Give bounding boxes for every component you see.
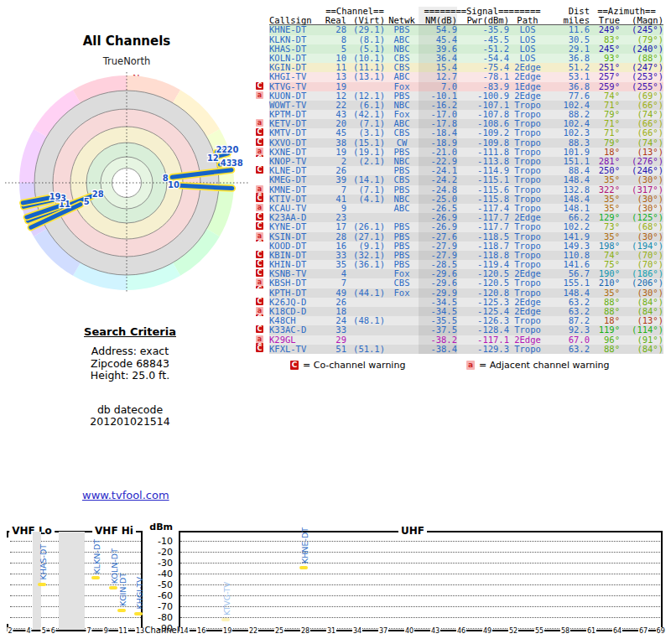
- cell-network: ABC: [385, 72, 419, 81]
- cell-magnetic-azimuth: (245°): [620, 25, 663, 34]
- cell-callsign: KMTV-DT: [269, 128, 325, 138]
- cell-nm-db: 54.9: [419, 25, 457, 34]
- radar-channel-label: 5: [84, 197, 90, 206]
- table-row: CKBIN-DT33(32.1)PBS-27.9-118.8Tropo110.8…: [256, 251, 663, 260]
- cell-real-channel: 51: [325, 345, 346, 354]
- cell-callsign: KHGI-TV: [269, 72, 325, 81]
- table-row: KOOD-DT16(9.1)PBS-27.9-118.7Tropo149.319…: [256, 242, 663, 251]
- channel-tick-label: 31: [326, 627, 336, 635]
- spacer: [256, 16, 269, 25]
- table-row: CK23AA-D23-26.9-117.72Edge66.2129°(125°): [256, 213, 663, 222]
- warning-badges: [256, 316, 269, 325]
- cell-network: [385, 298, 419, 307]
- co-channel-warning-icon: C: [256, 138, 263, 146]
- cell-distance: 92.3: [546, 325, 590, 335]
- table-row: aCK29GL29-38.2-117.12Edge67.096°(91°): [256, 335, 663, 345]
- cell-virtual-channel: (27.1): [346, 232, 385, 242]
- warning-badges: [256, 25, 269, 34]
- warning-badges: [256, 101, 269, 110]
- cell-network: [385, 335, 419, 345]
- station-label: KHGI-TV: [135, 577, 144, 609]
- cell-real-channel: 39: [325, 175, 346, 184]
- cell-distance: 63.2: [546, 345, 590, 354]
- dbm-tick-label: -80: [148, 612, 173, 623]
- band-label-vhf-lo: VHF Lo: [9, 525, 55, 537]
- warning-badges: [256, 35, 269, 44]
- dbm-axis-label: dBm: [148, 522, 173, 532]
- warning-badges: aC: [256, 307, 269, 316]
- station-label: KTVG-TV: [222, 582, 231, 615]
- cell-network: PBS: [385, 222, 419, 231]
- cell-distance: 11.6: [546, 25, 590, 34]
- channel-tick-label: 25: [274, 627, 284, 635]
- table-row: KPTH-DT49(44.1)Fox-29.9-120.8Tropo148.43…: [256, 288, 663, 298]
- grid-line: [180, 552, 660, 553]
- co-channel-warning-icon: C: [256, 213, 263, 221]
- cell-true-azimuth: 35°: [590, 232, 620, 242]
- cell-path: Tropo: [509, 232, 546, 242]
- cell-nm-db: -37.5: [419, 325, 457, 335]
- cell-network: PBS: [385, 232, 419, 242]
- dbm-tick-label: -60: [148, 590, 173, 601]
- cell-network: Fox: [385, 82, 419, 91]
- legend-co-channel: C = Co-channel warning: [290, 360, 405, 371]
- cell-network: CBS: [385, 128, 419, 138]
- warning-badges: a: [256, 119, 269, 128]
- table-row: WOWT-TV22(6.1)NBC-16.2-107.1Tropo102.471…: [256, 101, 663, 110]
- cell-path: 2Edge: [509, 72, 546, 81]
- table-row: aKETV-DT20(7.1)ABC-17.8-108.6Tropo102.47…: [256, 119, 663, 128]
- dbm-tick-label: -30: [148, 558, 173, 569]
- tvfool-link[interactable]: www.tvfool.com: [82, 489, 169, 501]
- cell-network: CBS: [385, 278, 419, 288]
- cell-path: Tropo: [509, 175, 546, 184]
- radar-channel-label: 38: [231, 158, 243, 168]
- co-channel-warning-icon: C: [256, 128, 263, 136]
- uhf-right-border: [661, 531, 663, 631]
- cell-virtual-channel: (48.1): [346, 316, 385, 325]
- legend-adjacent-channel-text: = Adjacent channel warning: [479, 360, 610, 371]
- co-channel-badge-icon: C: [290, 361, 299, 370]
- cell-virtual-channel: [346, 278, 385, 288]
- radar-channel-label: 12: [207, 153, 219, 163]
- cell-distance: 148.4: [546, 175, 590, 184]
- cell-distance: 155.1: [546, 278, 590, 288]
- datecode-block: db datecode 201201021514: [59, 404, 201, 428]
- co-channel-warning-icon: C: [256, 222, 263, 230]
- dbm-tick-label: -50: [148, 579, 173, 590]
- cell-virtual-channel: [346, 204, 385, 213]
- cell-power-dbm: -128.4: [457, 325, 509, 335]
- adjacent-channel-warning-icon: a: [256, 335, 263, 343]
- station-marker: [91, 576, 100, 579]
- cell-power-dbm: -115.1: [457, 175, 509, 184]
- cell-real-channel: 17: [325, 222, 346, 231]
- grid-line: [180, 606, 660, 607]
- grid-line: [180, 584, 660, 585]
- cell-nm-db: -24.2: [419, 175, 457, 184]
- cell-magnetic-azimuth: (66°): [620, 128, 663, 138]
- search-address-line: Address: exact: [59, 345, 201, 358]
- signal-bar: [180, 185, 232, 188]
- warning-badges: [256, 54, 269, 63]
- channel-tick-label: 69: [656, 627, 666, 635]
- cell-path: Tropo: [509, 325, 546, 335]
- table-row: aKUON-DT12(12.1)PBS-10.1-100.92Edge77.67…: [256, 91, 663, 101]
- channel-tick-label: 37: [378, 627, 388, 635]
- table-row: aCKBSH-DT7CBS-29.6-120.5Tropo155.1210°(2…: [256, 278, 663, 288]
- channel-tick-label: 34: [352, 627, 362, 635]
- station-label: KOLN-DT: [110, 548, 119, 584]
- channel-tick-label: 2: [7, 627, 13, 635]
- station-label: KGIN-DT: [118, 573, 127, 606]
- band-label-vhf-hi: VHF Hi: [92, 525, 136, 537]
- cell-virtual-channel: [346, 82, 385, 91]
- channel-tick-label: 5: [41, 627, 47, 635]
- grid-line: [180, 563, 660, 564]
- cell-magnetic-azimuth: (30°): [620, 175, 663, 184]
- cell-callsign: KBSH-DT: [269, 278, 325, 288]
- warning-badges: C: [256, 195, 269, 204]
- channel-tick-label: 13: [135, 627, 145, 635]
- channel-tick-label: 22: [248, 627, 258, 635]
- station-label: KLKN-DT: [92, 539, 101, 574]
- cell-callsign: KHNE-DT: [269, 25, 325, 34]
- cell-callsign: KFXL-TV: [269, 345, 325, 354]
- radar-channel-label: 19: [49, 192, 61, 201]
